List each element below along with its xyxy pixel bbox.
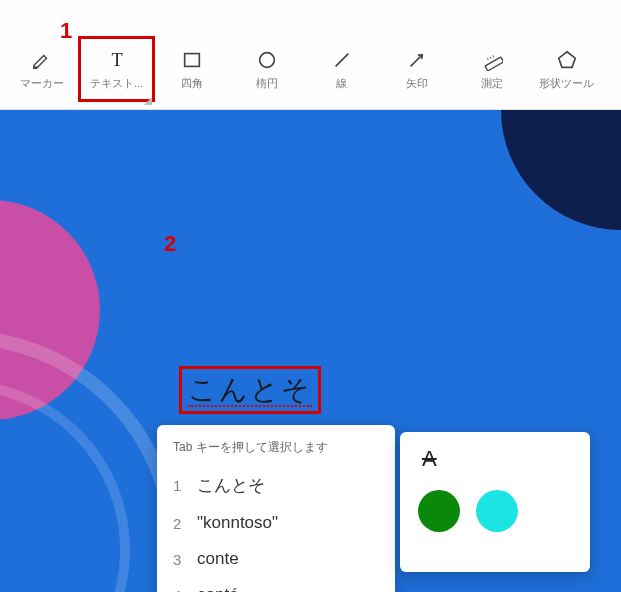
ime-candidate[interactable]: 4 conté (157, 577, 395, 592)
tool-text[interactable]: T テキスト... (79, 37, 154, 101)
pentagon-icon (555, 48, 579, 72)
strikethrough-button[interactable]: A (422, 446, 437, 472)
ime-candidate-popup: Tab キーを押して選択します 1 こんとそ 2 "konntoso" 3 co… (157, 425, 395, 592)
tool-label: 四角 (181, 76, 203, 91)
canvas-area[interactable]: こんとそ Tab キーを押して選択します 1 こんとそ 2 "konntoso"… (0, 110, 621, 592)
ellipse-icon (255, 48, 279, 72)
svg-rect-1 (184, 53, 199, 66)
ime-candidate[interactable]: 2 "konntoso" (157, 505, 395, 541)
ime-candidate[interactable]: 1 こんとそ (157, 466, 395, 505)
text-icon: T (105, 48, 129, 72)
tool-label: 測定 (481, 76, 503, 91)
tool-arrow[interactable]: 矢印 (379, 37, 454, 101)
tool-label: 矢印 (406, 76, 428, 91)
tool-label: テキスト... (90, 76, 143, 91)
callout-1: 1 (60, 18, 72, 44)
tool-label: 線 (336, 76, 347, 91)
ime-candidate-number: 1 (173, 477, 185, 494)
color-swatch-cyan[interactable] (476, 490, 518, 532)
ime-hint: Tab キーを押して選択します (157, 435, 395, 466)
resize-corner-icon (144, 91, 152, 99)
marker-icon (30, 48, 54, 72)
tool-label: 形状ツール (539, 76, 594, 91)
ruler-icon (480, 48, 504, 72)
svg-line-7 (490, 56, 491, 58)
rectangle-icon (180, 48, 204, 72)
tool-measure[interactable]: 測定 (454, 37, 529, 101)
svg-line-8 (492, 55, 493, 57)
tool-shapes[interactable]: 形状ツール (529, 37, 604, 101)
text-format-popup: A (400, 432, 590, 572)
svg-line-6 (487, 58, 488, 60)
tool-rectangle[interactable]: 四角 (154, 37, 229, 101)
tool-label: マーカー (20, 76, 64, 91)
bg-circle-dark (501, 110, 621, 230)
ime-candidate[interactable]: 3 conte (157, 541, 395, 577)
ime-candidate-text: "konntoso" (197, 513, 278, 533)
ime-candidate-number: 3 (173, 551, 185, 568)
tool-ellipse[interactable]: 楕円 (229, 37, 304, 101)
color-swatch-green[interactable] (418, 490, 460, 532)
callout-2: 2 (164, 231, 176, 257)
svg-text:T: T (111, 49, 122, 69)
arrow-icon (405, 48, 429, 72)
annotation-toolbar: マーカー T テキスト... 四角 楕円 線 矢印 (0, 0, 621, 110)
typed-text: こんとそ (188, 374, 312, 407)
svg-line-4 (410, 54, 422, 66)
line-icon (330, 48, 354, 72)
ime-candidate-text: こんとそ (197, 474, 265, 497)
svg-point-2 (259, 52, 274, 67)
ime-candidate-number: 2 (173, 515, 185, 532)
ime-candidate-number: 4 (173, 587, 185, 593)
text-input-box[interactable]: こんとそ (179, 366, 321, 414)
tool-line[interactable]: 線 (304, 37, 379, 101)
tool-label: 楕円 (256, 76, 278, 91)
ime-candidate-text: conte (197, 549, 239, 569)
ime-candidate-text: conté (197, 585, 239, 592)
svg-marker-9 (558, 51, 575, 67)
tool-marker[interactable]: マーカー (4, 37, 79, 101)
svg-line-3 (335, 53, 348, 66)
